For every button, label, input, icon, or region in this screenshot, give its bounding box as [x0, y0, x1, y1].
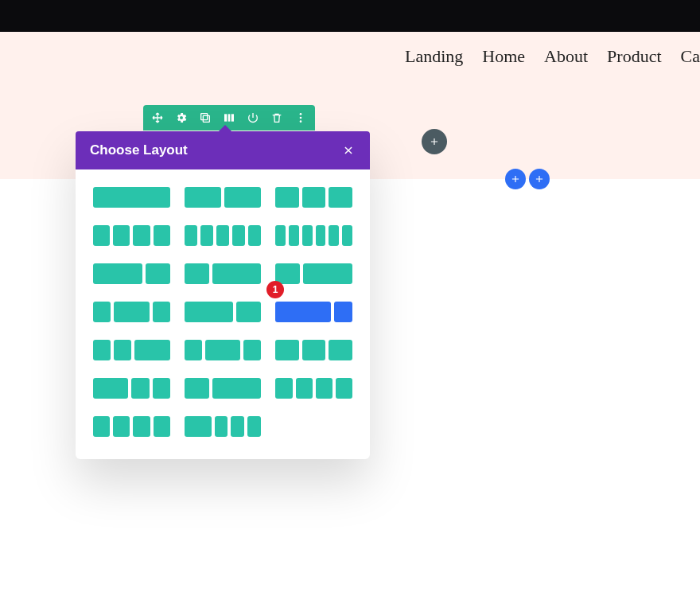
columns-icon[interactable]: [223, 111, 235, 124]
trash-icon[interactable]: [270, 111, 283, 124]
layout-option-1[interactable]: [93, 187, 170, 208]
layout-option-1-1[interactable]: [185, 187, 262, 208]
nav-link-about[interactable]: About: [544, 46, 588, 67]
plus-icon: [429, 136, 440, 147]
svg-point-5: [300, 113, 302, 115]
gear-icon[interactable]: [175, 111, 188, 124]
top-bar: [0, 0, 700, 32]
add-section-button[interactable]: [422, 129, 447, 154]
duplicate-icon[interactable]: [199, 111, 212, 124]
move-icon[interactable]: [151, 111, 164, 124]
close-icon: [343, 145, 354, 156]
svg-rect-1: [201, 114, 208, 120]
svg-rect-3: [228, 114, 231, 121]
main-nav: Landing Home About Product Ca: [405, 46, 700, 67]
layout-grid: [93, 187, 352, 437]
modal-close-button[interactable]: [341, 143, 356, 158]
plus-icon: [534, 173, 545, 185]
nav-link-home[interactable]: Home: [482, 46, 525, 67]
svg-rect-0: [203, 115, 209, 122]
layout-option-5eq[interactable]: [185, 225, 262, 246]
layout-option-1-1-1b[interactable]: [275, 340, 352, 360]
layout-option-6eq[interactable]: [275, 225, 352, 246]
layout-option-1-1-1[interactable]: [275, 187, 352, 208]
layout-option-2-1-1[interactable]: [93, 378, 170, 399]
modal-header: Choose Layout: [76, 131, 370, 169]
layout-option-1-2c[interactable]: [185, 378, 262, 399]
svg-rect-2: [224, 114, 227, 121]
nav-link-more[interactable]: Ca: [681, 46, 700, 67]
layout-option-1-2-1[interactable]: [93, 302, 170, 322]
svg-rect-4: [231, 114, 234, 121]
nav-link-product[interactable]: Product: [607, 46, 661, 67]
add-module-button-2[interactable]: [529, 169, 550, 189]
power-icon[interactable]: [247, 111, 259, 124]
layout-option-1-1-1-1c[interactable]: [93, 416, 170, 437]
layout-option-2-1b[interactable]: [185, 302, 262, 322]
annotation-marker-1: 1: [266, 281, 284, 298]
layout-option-2-1-1-1[interactable]: [185, 416, 262, 437]
plus-icon: [510, 173, 521, 185]
choose-layout-modal: Choose Layout 1: [76, 131, 370, 459]
layout-option-2-1[interactable]: [93, 263, 170, 284]
layout-option-1-1-1-1[interactable]: [93, 225, 170, 246]
layout-option-1-1-2[interactable]: [93, 340, 170, 360]
annotation-number: 1: [273, 284, 278, 295]
layout-option-1-2-alt[interactable]: [275, 263, 352, 284]
layout-option-1-2[interactable]: [185, 263, 262, 284]
svg-point-6: [300, 117, 302, 119]
add-module-button-1[interactable]: [505, 169, 526, 189]
modal-title: Choose Layout: [90, 142, 188, 158]
nav-link-landing[interactable]: Landing: [405, 46, 463, 67]
layout-option-1-1-1-1b[interactable]: [275, 378, 352, 399]
dots-vertical-icon[interactable]: [294, 111, 307, 124]
layout-option-1-2-1b[interactable]: [185, 340, 262, 360]
layout-option-3-1[interactable]: [275, 302, 352, 322]
svg-point-7: [300, 120, 302, 123]
